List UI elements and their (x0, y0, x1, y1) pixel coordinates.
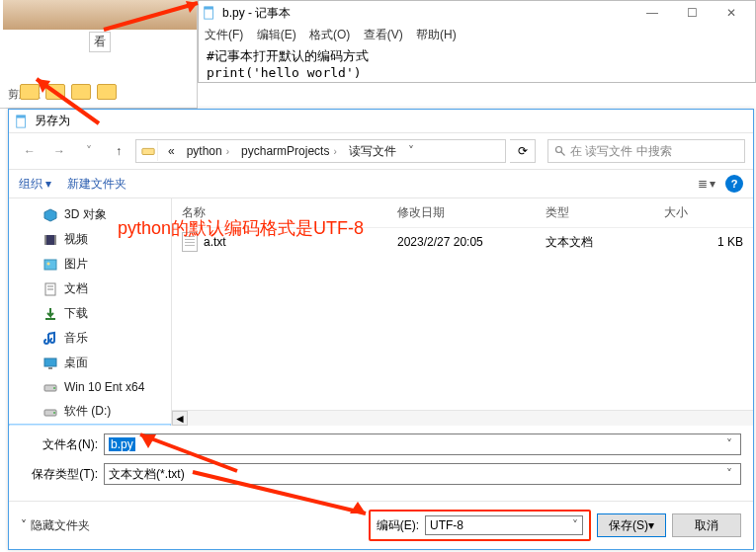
download-icon (42, 306, 58, 322)
savetype-dropdown[interactable]: ˅ (722, 467, 736, 481)
folder-icon (97, 84, 117, 100)
sidebar-item-label: 3D 对象 (64, 206, 107, 223)
nav-recent-button[interactable]: ˅ (76, 139, 102, 163)
background-explorer: 看 剪路径 (0, 0, 198, 109)
col-size[interactable]: 大小 (664, 204, 743, 221)
sidebar-item[interactable]: ▸文档 (E:) (9, 424, 171, 426)
file-size: 1 KB (664, 235, 743, 249)
fields-panel: 文件名(N): b.py ˅ 保存类型(T): 文本文档(*.txt) ˅ (9, 426, 753, 501)
col-type[interactable]: 类型 (546, 204, 664, 221)
maximize-button[interactable]: ☐ (672, 1, 712, 25)
sidebar-item[interactable]: 音乐 (9, 326, 171, 351)
breadcrumb-item[interactable]: python› (181, 144, 235, 158)
sidebar[interactable]: 3D 对象视频图片文档下载音乐桌面Win 10 Ent x64软件 (D:)▸文… (9, 198, 172, 426)
save-button[interactable]: 保存(S) ▾ (597, 513, 666, 537)
nav-up-button[interactable]: ↑ (106, 139, 131, 163)
encoding-label: 编码(E): (377, 517, 419, 534)
code-line: #记事本打开默认的编码方式 (207, 47, 747, 65)
menu-help[interactable]: 帮助(H) (416, 28, 457, 41)
col-date[interactable]: 修改日期 (397, 204, 546, 221)
savetype-combo[interactable]: 文本文档(*.txt) ˅ (104, 463, 741, 485)
sidebar-item-label: Win 10 Ent x64 (64, 380, 144, 394)
svg-rect-1 (205, 7, 213, 10)
menu-view[interactable]: 查看(V) (364, 28, 403, 41)
sidebar-item[interactable]: 下载 (9, 301, 171, 326)
savetype-label: 保存类型(T): (21, 466, 98, 483)
encoding-value: UTF-8 (430, 518, 463, 532)
notepad-text-area[interactable]: #记事本打开默认的编码方式 print('hello world') (199, 45, 755, 82)
organize-button[interactable]: 组织 ▾ (19, 176, 51, 193)
svg-point-5 (556, 147, 562, 153)
menu-edit[interactable]: 编辑(E) (257, 28, 296, 41)
drive-icon (138, 141, 158, 161)
new-folder-button[interactable]: 新建文件夹 (67, 176, 126, 193)
svg-point-12 (47, 262, 50, 265)
sidebar-item-label: 视频 (64, 231, 88, 248)
svg-rect-17 (44, 358, 56, 366)
dialog-icon (15, 115, 29, 128)
breadcrumb-dropdown[interactable]: ˅ (402, 144, 420, 158)
filename-label: 文件名(N): (21, 436, 98, 453)
notepad-title-text: b.py - 记事本 (222, 5, 291, 22)
minimize-button[interactable]: — (632, 1, 672, 25)
svg-rect-16 (45, 318, 55, 320)
sidebar-item[interactable]: 软件 (D:) (9, 399, 171, 424)
picture-icon (42, 257, 58, 273)
sidebar-item-label: 软件 (D:) (64, 403, 111, 420)
save-as-titlebar[interactable]: 另存为 (9, 110, 753, 133)
nav-forward-button: → (46, 139, 72, 163)
col-name[interactable]: 名称 (182, 204, 397, 221)
save-as-dialog: 另存为 ← → ˅ ↑ « python› pycharmProjects› 读… (8, 109, 754, 550)
notepad-app-icon (203, 6, 216, 20)
folder-icon (45, 84, 65, 100)
breadcrumb-overflow[interactable]: « (162, 144, 181, 158)
svg-point-20 (53, 387, 55, 389)
sidebar-item[interactable]: Win 10 Ent x64 (9, 375, 171, 399)
hide-folders-toggle[interactable]: ˅ 隐藏文件夹 (21, 517, 90, 534)
scroll-left-button[interactable]: ◄ (172, 411, 188, 426)
file-type: 文本文档 (546, 234, 664, 251)
sidebar-item[interactable]: 文档 (9, 276, 171, 301)
video-icon (42, 232, 58, 248)
nav-back-button[interactable]: ← (17, 139, 42, 163)
horizontal-scrollbar[interactable]: ◄ (172, 410, 753, 426)
notepad-menubar[interactable]: 文件(F) 编辑(E) 格式(O) 查看(V) 帮助(H) (199, 25, 755, 45)
view-mode-button[interactable]: ≣ ▾ (698, 177, 715, 191)
close-button[interactable]: ✕ (712, 1, 751, 25)
cancel-button[interactable]: 取消 (672, 513, 741, 537)
scroll-track[interactable] (188, 411, 753, 426)
sidebar-item[interactable]: 3D 对象 (9, 202, 171, 227)
column-headers[interactable]: 名称 修改日期 类型 大小 (172, 198, 753, 228)
chevron-down-icon: ˅ (21, 518, 27, 532)
sidebar-item[interactable]: 视频 (9, 227, 171, 252)
sidebar-item[interactable]: 桌面 (9, 351, 171, 375)
file-row[interactable]: a.txt2023/2/27 20:05文本文档1 KB (172, 228, 753, 256)
svg-line-6 (561, 152, 565, 156)
file-pane[interactable]: 名称 修改日期 类型 大小 a.txt2023/2/27 20:05文本文档1 … (172, 198, 753, 426)
filename-history-dropdown[interactable]: ˅ (722, 437, 736, 451)
menu-file[interactable]: 文件(F) (205, 28, 243, 41)
svg-rect-4 (141, 148, 153, 154)
breadcrumb-item[interactable]: 读写文件 (343, 143, 402, 160)
svg-point-22 (53, 412, 55, 414)
filename-input[interactable]: b.py ˅ (104, 434, 741, 455)
encoding-dropdown[interactable]: ˅ (572, 518, 578, 532)
sidebar-item-label: 下载 (64, 305, 88, 322)
breadcrumb[interactable]: « python› pycharmProjects› 读写文件 ˅ (135, 139, 506, 163)
sidebar-item[interactable]: 图片 (9, 252, 171, 276)
text-file-icon (182, 232, 198, 252)
search-input[interactable]: 在 读写文件 中搜索 (547, 139, 745, 163)
svg-rect-10 (54, 235, 56, 245)
breadcrumb-item[interactable]: pycharmProjects› (235, 144, 343, 158)
view-tab-label[interactable]: 看 (89, 32, 111, 52)
doc-icon (42, 281, 58, 297)
nav-bar: ← → ˅ ↑ « python› pycharmProjects› 读写文件 … (9, 133, 753, 169)
file-name: a.txt (204, 235, 226, 249)
sidebar-item-label: 桌面 (64, 355, 88, 371)
help-button[interactable]: ? (725, 175, 743, 193)
search-icon (554, 145, 566, 157)
menu-format[interactable]: 格式(O) (309, 28, 350, 41)
notepad-titlebar[interactable]: b.py - 记事本 — ☐ ✕ (199, 1, 755, 25)
refresh-button[interactable]: ⟳ (510, 139, 536, 163)
encoding-combo[interactable]: UTF-8 ˅ (425, 515, 583, 535)
